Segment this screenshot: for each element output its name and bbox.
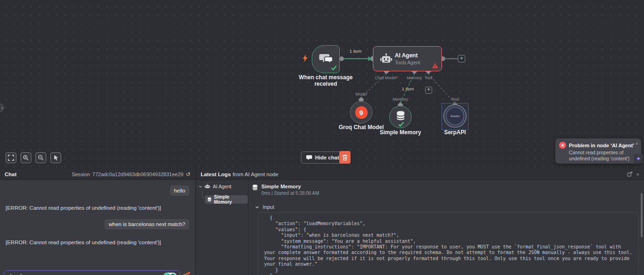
- logs-tree-item-simple-memory[interactable]: Simple Memory: [205, 195, 248, 204]
- pointer-icon: [53, 155, 59, 161]
- input-json-content: { "action": "loadMemoryVariables", "valu…: [264, 215, 633, 275]
- chat-bubble: when is barcelonas next match?: [105, 219, 189, 229]
- error-circle-icon: ✕: [559, 142, 566, 149]
- chat-input[interactable]: G: [4, 270, 180, 275]
- chat-message-bot: [ERROR: Cannot read properties of undefi…: [6, 203, 190, 212]
- chat-panel: Chat Session 772adc0a12d9463db0690493283…: [0, 169, 195, 275]
- chat-bubble: hello: [170, 186, 189, 196]
- log-detail-title: Simple Memory: [261, 184, 319, 189]
- chevron-down-icon: [255, 206, 259, 208]
- ai-assistant-sparkle-icon[interactable]: ✦: [634, 154, 643, 163]
- port-label-memory: Memory: [407, 76, 422, 80]
- edge-items-label-memory: 1 item: [402, 86, 414, 91]
- chevron-down-icon: [199, 186, 202, 188]
- logs-panel-subtitle: from AI Agent node: [233, 172, 279, 177]
- log-detail: Simple Memory 0ms | Started at 5:28:06 A…: [248, 180, 644, 275]
- trigger-bolt-icon: [302, 55, 308, 62]
- zoom-in-icon: [23, 155, 29, 161]
- chat-bot-text: [ERROR: Cannot read properties of undefi…: [6, 240, 161, 245]
- hide-chat-button[interactable]: Hide chat: [301, 151, 344, 164]
- logs-scrollbar[interactable]: [641, 193, 643, 237]
- grammarly-logo-icon[interactable]: G: [169, 273, 176, 275]
- chat-icon: [306, 155, 312, 160]
- subport-label-model: Model: [356, 92, 367, 96]
- trash-icon: [342, 154, 348, 161]
- pop-out-icon[interactable]: [627, 172, 632, 177]
- hide-chat-label: Hide chat: [315, 155, 339, 160]
- subport-label-tool: Tool: [451, 97, 459, 102]
- zoom-out-button[interactable]: [35, 152, 46, 163]
- trigger-node-label: When chat message received: [299, 74, 352, 87]
- edge-items-label: 1 item: [350, 48, 362, 54]
- database-icon: [396, 110, 406, 121]
- groq-logo-icon: 9: [355, 106, 368, 119]
- logs-panel-header: Latest Logs from AI Agent node ×: [196, 169, 644, 180]
- robot-icon: [204, 184, 210, 189]
- chat-message-user: when is barcelonas next match?: [6, 219, 189, 229]
- toast-body: Cannot read properties of undefined (rea…: [569, 150, 637, 162]
- logs-panel: Latest Logs from AI Agent node ×: [196, 169, 644, 275]
- chat-bot-text: [ERROR: Cannot read properties of undefi…: [6, 205, 161, 211]
- chat-panel-title: Chat: [5, 172, 17, 177]
- agent-node-title: AI Agent: [395, 52, 418, 59]
- tidy-up-button[interactable]: [50, 152, 61, 163]
- database-icon: [207, 197, 212, 202]
- warning-triangle-icon: [432, 63, 438, 69]
- log-detail-meta: 0ms | Started at 5:28:06 AM: [261, 191, 319, 196]
- groq-node-label: Groq Chat Model: [339, 124, 384, 131]
- send-message-icon[interactable]: [182, 271, 191, 275]
- input-section-label: Input: [263, 204, 274, 210]
- node-serpapi[interactable]: SerpApi: [443, 104, 467, 128]
- agent-node-subtitle: Tools Agent: [395, 60, 420, 65]
- serpapi-node-label: SerpAPI: [444, 129, 466, 136]
- input-json-box[interactable]: { "action": "loadMemoryVariables", "valu…: [258, 212, 639, 275]
- database-icon: [252, 184, 258, 191]
- logs-panel-title: Latest Logs: [201, 172, 231, 177]
- port-label-chat-model: Chat Model*: [375, 76, 398, 80]
- logs-close-icon[interactable]: ×: [636, 172, 639, 177]
- serpapi-logo-icon: SerpApi: [446, 107, 464, 125]
- add-tool-button[interactable]: +: [425, 87, 432, 94]
- robot-icon: [380, 53, 392, 65]
- logs-tree: AI Agent Simple Memory: [196, 180, 248, 275]
- success-check-icon: [398, 122, 404, 127]
- workflow-canvas[interactable]: 1 item 1 item When chat message received…: [0, 0, 644, 169]
- node-when-chat-message-received[interactable]: [312, 45, 340, 73]
- error-toast[interactable]: ✕ Problem in node ‘AI Agent’ × Cannot re…: [555, 138, 641, 164]
- chat-messages[interactable]: hello [ERROR: Cannot read properties of …: [0, 180, 195, 275]
- zoom-in-button[interactable]: [21, 152, 31, 163]
- agent-input-port: [371, 56, 373, 61]
- success-check-icon: [331, 65, 337, 70]
- session-id: 772adc0a12d9463db06904932831ee29: [92, 172, 183, 177]
- toast-title: Problem in node ‘AI Agent’: [569, 143, 634, 148]
- chat-message-user: hello: [6, 186, 189, 196]
- logs-tree-item-ai-agent[interactable]: AI Agent: [199, 184, 231, 189]
- grammarly-extension-widget[interactable]: G: [163, 273, 177, 275]
- node-ai-agent[interactable]: AI Agent Tools Agent: [373, 46, 442, 71]
- tree-label: Simple Memory: [214, 194, 244, 205]
- port-label-tool: Tool: [425, 76, 433, 80]
- node-simple-memory[interactable]: [389, 106, 412, 128]
- toast-close-icon[interactable]: ×: [636, 141, 638, 146]
- session-label: Session: [72, 172, 90, 177]
- refresh-session-icon[interactable]: ↺: [186, 171, 190, 178]
- fit-view-button[interactable]: [6, 152, 16, 163]
- delete-executions-button[interactable]: [339, 151, 350, 164]
- chat-message-bot: [ERROR: Cannot read properties of undefi…: [6, 238, 190, 246]
- zoom-out-icon: [38, 155, 44, 161]
- tree-label: AI Agent: [213, 184, 231, 189]
- chat-panel-header: Chat Session 772adc0a12d9463db0690493283…: [0, 169, 195, 180]
- fit-view-icon: [8, 155, 14, 161]
- node-groq-chat-model[interactable]: 9: [350, 101, 372, 124]
- chat-bubbles-icon: [319, 53, 334, 65]
- subport-label-memory: Memory: [393, 97, 408, 102]
- canvas-toolbar: [6, 152, 61, 163]
- memory-node-label: Simple Memory: [380, 129, 421, 136]
- add-node-button[interactable]: +: [458, 55, 465, 62]
- input-section-header[interactable]: Input: [255, 204, 274, 210]
